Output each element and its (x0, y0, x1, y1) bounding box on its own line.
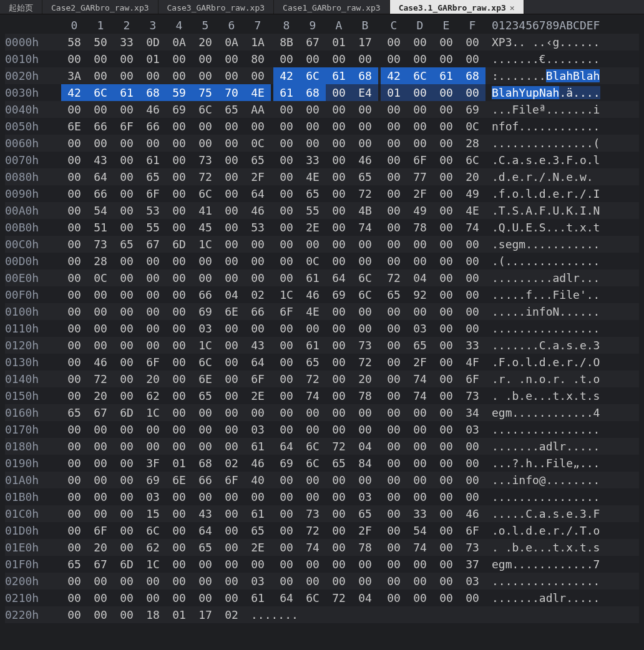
hex-row[interactable]: 0040h00000046696C65AA0000000000000069...… (5, 101, 639, 118)
hex-byte[interactable]: 00 (218, 387, 245, 404)
hex-row[interactable]: 00D0h0028000000000000000C000000000000.(.… (5, 253, 639, 269)
hex-byte[interactable]: 00 (61, 488, 87, 505)
hex-byte[interactable]: 00 (87, 589, 114, 606)
hex-byte[interactable]: 00 (273, 539, 300, 556)
hex-byte[interactable]: 00 (381, 51, 407, 67)
hex-byte[interactable]: 00 (61, 354, 87, 371)
hex-byte[interactable]: 00 (114, 488, 140, 505)
hex-byte[interactable]: 00 (300, 118, 326, 135)
hex-byte[interactable]: 72 (352, 354, 378, 371)
hex-byte[interactable]: 00 (433, 202, 459, 219)
hex-byte[interactable]: 00 (459, 589, 485, 606)
hex-byte[interactable]: 46 (245, 202, 271, 219)
hex-byte[interactable]: 00 (87, 606, 114, 623)
hex-byte[interactable]: 00 (352, 135, 378, 152)
hex-byte[interactable]: 61 (245, 589, 271, 606)
hex-byte[interactable]: 00 (87, 67, 114, 84)
hex-byte[interactable]: 45 (192, 219, 218, 236)
hex-byte[interactable]: 00 (433, 371, 459, 387)
hex-byte[interactable]: 54 (87, 202, 114, 219)
hex-byte[interactable]: 00 (140, 286, 166, 303)
hex-byte[interactable]: 55 (140, 219, 166, 236)
hex-byte[interactable]: 00 (381, 118, 407, 135)
hex-byte[interactable]: 00 (218, 556, 245, 573)
hex-byte[interactable]: 68 (300, 84, 326, 101)
hex-byte[interactable]: 00 (87, 286, 114, 303)
hex-byte[interactable]: 00 (459, 320, 485, 337)
hex-byte[interactable]: 17 (192, 606, 218, 623)
hex-byte[interactable]: 00 (166, 118, 192, 135)
hex-byte[interactable]: 00 (352, 51, 378, 67)
hex-byte[interactable]: 69 (166, 101, 192, 118)
hex-byte[interactable]: 6F (218, 472, 245, 488)
hex-byte[interactable]: 65 (352, 505, 378, 522)
hex-byte[interactable]: 28 (459, 135, 485, 152)
hex-row[interactable]: 0100h0000000000696E666F4E000000000000...… (5, 303, 639, 320)
hex-byte[interactable]: 00 (114, 185, 140, 202)
hex-byte[interactable]: 00 (352, 303, 378, 320)
hex-byte[interactable]: 00 (218, 202, 245, 219)
hex-byte[interactable]: 61 (300, 269, 326, 286)
hex-byte[interactable]: 74 (407, 387, 433, 404)
tab-1[interactable]: Case2_GARbro_raw.xp3 (42, 0, 159, 14)
hex-byte[interactable]: 00 (326, 421, 352, 438)
hex-byte[interactable]: 00 (326, 303, 352, 320)
hex-byte[interactable]: 4F (459, 354, 485, 371)
hex-byte[interactable]: 00 (381, 34, 407, 51)
hex-byte[interactable]: 00 (61, 371, 87, 387)
hex-byte[interactable]: 2E (300, 219, 326, 236)
hex-byte[interactable]: 00 (114, 505, 140, 522)
hex-byte[interactable]: 00 (166, 371, 192, 387)
hex-byte[interactable]: 6D (114, 556, 140, 573)
hex-byte[interactable]: 00 (381, 253, 407, 269)
hex-byte[interactable]: 00 (61, 286, 87, 303)
hex-byte[interactable]: 00 (433, 404, 459, 421)
hex-byte[interactable]: 73 (459, 387, 485, 404)
hex-byte[interactable]: 00 (87, 320, 114, 337)
hex-byte[interactable]: 00 (352, 421, 378, 438)
hex-byte[interactable]: 00 (381, 488, 407, 505)
hex-byte[interactable]: 00 (407, 101, 433, 118)
hex-byte[interactable]: 61 (433, 67, 459, 84)
hex-byte[interactable]: 00 (407, 34, 433, 51)
hex-byte[interactable]: 00 (273, 472, 300, 488)
hex-byte[interactable]: 6C (192, 185, 218, 202)
hex-byte[interactable]: 00 (218, 320, 245, 337)
hex-byte[interactable]: 6F (114, 118, 140, 135)
hex-byte[interactable]: AA (245, 101, 271, 118)
hex-byte[interactable]: 6E (61, 118, 87, 135)
hex-byte[interactable]: 00 (273, 152, 300, 168)
hex-byte[interactable]: 3F (140, 455, 166, 472)
hex-byte[interactable]: 00 (273, 337, 300, 354)
hex-byte[interactable]: 61 (273, 84, 300, 101)
hex-byte[interactable]: 00 (433, 539, 459, 556)
hex-byte[interactable]: 6C (352, 286, 378, 303)
hex-byte[interactable]: 00 (326, 51, 352, 67)
hex-byte[interactable]: 00 (326, 236, 352, 253)
hex-byte[interactable]: 00 (114, 253, 140, 269)
hex-byte[interactable]: 74 (407, 371, 433, 387)
hex-byte[interactable]: 00 (433, 354, 459, 371)
hex-byte[interactable]: 1C (192, 236, 218, 253)
hex-byte[interactable]: 00 (273, 387, 300, 404)
hex-byte[interactable]: 74 (300, 387, 326, 404)
hex-byte[interactable]: 00 (433, 286, 459, 303)
hex-byte[interactable]: 92 (407, 286, 433, 303)
hex-byte[interactable]: 00 (407, 253, 433, 269)
hex-byte[interactable]: 00 (433, 455, 459, 472)
hex-byte[interactable]: 72 (300, 522, 326, 539)
hex-byte[interactable]: 00 (166, 135, 192, 152)
hex-byte[interactable]: 00 (87, 303, 114, 320)
hex-byte[interactable]: 00 (61, 573, 87, 589)
hex-byte[interactable]: 03 (245, 421, 271, 438)
hex-byte[interactable]: 53 (245, 219, 271, 236)
hex-byte[interactable]: 00 (381, 101, 407, 118)
hex-byte[interactable]: 00 (218, 185, 245, 202)
ascii-cell[interactable]: .....f...File'.. (485, 286, 600, 303)
hex-byte[interactable]: 00 (300, 573, 326, 589)
hex-byte[interactable]: 00 (407, 438, 433, 455)
hex-byte[interactable]: 00 (433, 253, 459, 269)
hex-byte[interactable]: 6C (352, 269, 378, 286)
hex-row[interactable]: 0030h426C61685975704E616800E401000000Bla… (5, 84, 639, 101)
hex-byte[interactable]: 00 (140, 421, 166, 438)
